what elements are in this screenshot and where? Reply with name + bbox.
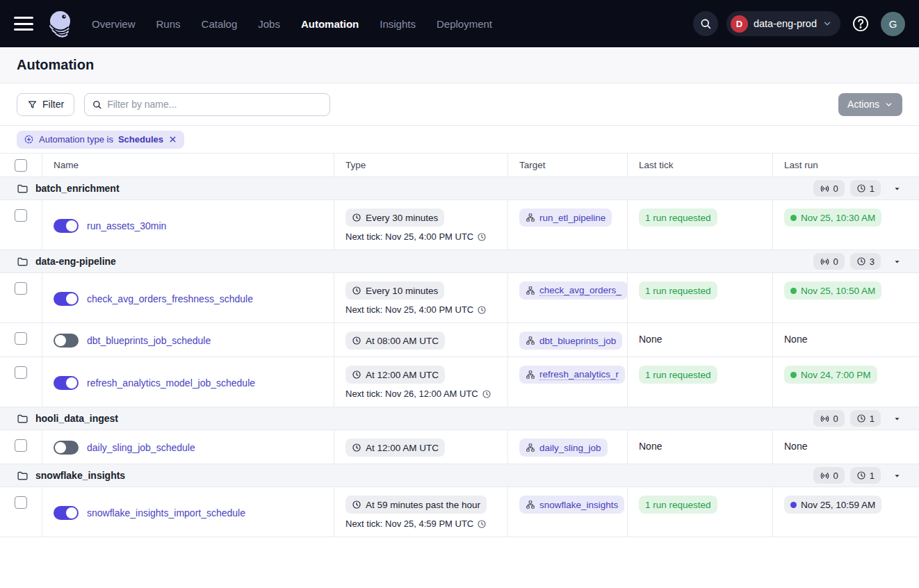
collapse-group-button[interactable]: [892, 183, 902, 194]
nav-item-overview[interactable]: Overview: [92, 18, 136, 30]
workspace-selector[interactable]: D data-eng-prod: [726, 11, 840, 36]
last-run-pill[interactable]: Nov 25, 10:50 AM: [784, 281, 881, 300]
group-row: hooli_data_ingest01: [0, 407, 919, 430]
job-icon: [526, 370, 535, 379]
clock-icon: [856, 183, 866, 193]
target-pill[interactable]: daily_sling_job: [519, 439, 608, 457]
cron-type-label: At 12:00 AM UTC: [366, 443, 439, 453]
user-avatar[interactable]: G: [881, 12, 905, 36]
name-filter-input[interactable]: [107, 99, 323, 110]
select-all-checkbox[interactable]: [15, 159, 27, 172]
last-run-pill[interactable]: Nov 24, 7:00 PM: [784, 366, 877, 384]
row-checkbox[interactable]: [15, 439, 27, 452]
nav-item-deployment[interactable]: Deployment: [437, 18, 492, 30]
schedule-count-badge: 1: [850, 467, 881, 484]
search-button[interactable]: [693, 11, 718, 36]
schedule-enabled-toggle[interactable]: [54, 334, 79, 348]
clock-icon: [352, 213, 361, 222]
last-run-cell: Nov 25, 10:50 AM: [773, 273, 919, 322]
last-run-time: Nov 25, 10:30 AM: [801, 213, 875, 223]
column-header-last-tick: Last tick: [628, 154, 773, 177]
next-tick: Next tick: Nov 25, 4:00 PM UTC: [345, 304, 496, 315]
filter-chip-value: Schedules: [118, 134, 163, 145]
sensor-count-badge: 0: [813, 410, 845, 427]
nav-item-catalog[interactable]: Catalog: [202, 18, 238, 30]
schedule-name-link[interactable]: snowflake_insights_import_schedule: [87, 507, 245, 518]
cron-type-pill: At 08:00 AM UTC: [345, 332, 445, 350]
collapse-group-button[interactable]: [892, 471, 902, 481]
schedule-name-link[interactable]: daily_sling_job_schedule: [87, 442, 195, 453]
nav-item-automation[interactable]: Automation: [301, 18, 359, 30]
next-tick-label: Next tick: Nov 25, 4:00 PM UTC: [345, 304, 473, 315]
help-button[interactable]: [849, 12, 872, 35]
filter-chip-text: Automation type is: [39, 134, 113, 145]
last-run-cell: Nov 25, 10:30 AM: [773, 200, 919, 250]
group-name: data-eng-pipeline: [35, 256, 116, 267]
remove-filter-icon[interactable]: [168, 135, 177, 144]
name-cell: refresh_analytics_model_job_schedule: [42, 357, 334, 407]
job-icon: [526, 213, 535, 222]
row-checkbox[interactable]: [15, 366, 27, 379]
last-tick-status-pill[interactable]: 1 run requested: [639, 366, 717, 384]
target-pill[interactable]: refresh_analytics_r: [519, 366, 625, 384]
last-tick-status-pill[interactable]: 1 run requested: [639, 209, 717, 227]
last-run-none: None: [784, 439, 908, 452]
schedule-enabled-toggle[interactable]: [54, 441, 79, 455]
schedule-enabled-toggle[interactable]: [54, 219, 79, 233]
row-checkbox[interactable]: [15, 282, 27, 295]
row-checkbox[interactable]: [15, 332, 27, 345]
actions-button[interactable]: Actions: [838, 93, 902, 116]
collapse-group-button[interactable]: [892, 414, 902, 424]
hamburger-menu-icon[interactable]: [14, 17, 33, 31]
target-pill[interactable]: dbt_blueprints_job: [519, 332, 622, 350]
collapse-group-button[interactable]: [892, 256, 902, 267]
target-pill[interactable]: check_avg_orders_: [519, 281, 628, 300]
row-checkbox[interactable]: [15, 209, 27, 222]
schedule-count: 3: [870, 256, 875, 267]
last-tick-status-pill[interactable]: 1 run requested: [639, 496, 717, 514]
dagster-logo-icon[interactable]: [44, 8, 76, 40]
last-run-time: Nov 25, 10:50 AM: [801, 286, 875, 296]
target-pill[interactable]: run_etl_pipeline: [519, 209, 612, 227]
cron-type-label: At 59 minutes past the hour: [366, 500, 480, 510]
target-cell: refresh_analytics_r: [508, 357, 628, 407]
filter-chip-automation-type[interactable]: Automation type is Schedules: [17, 131, 184, 149]
last-run-pill[interactable]: Nov 25, 10:59 AM: [784, 496, 881, 514]
schedule-count-badge: 1: [850, 180, 881, 197]
name-cell: snowflake_insights_import_schedule: [42, 487, 334, 537]
schedule-name-link[interactable]: dbt_blueprints_job_schedule: [87, 335, 211, 346]
table-row: dbt_blueprints_job_scheduleAt 08:00 AM U…: [0, 323, 919, 357]
schedule-enabled-toggle[interactable]: [54, 292, 79, 306]
search-icon: [699, 17, 712, 30]
schedule-name-link[interactable]: refresh_analytics_model_job_schedule: [87, 377, 255, 389]
folder-icon: [17, 256, 29, 268]
schedule-enabled-toggle[interactable]: [54, 506, 79, 520]
schedule-name-link[interactable]: check_avg_orders_freshness_schdule: [87, 293, 253, 304]
clock-icon: [477, 305, 487, 315]
table-header-checkbox-cell: [0, 154, 42, 177]
nav-item-jobs[interactable]: Jobs: [258, 18, 280, 30]
job-icon: [526, 443, 535, 452]
last-run-cell: Nov 24, 7:00 PM: [773, 357, 919, 407]
sensor-count: 0: [833, 183, 838, 194]
row-checkbox[interactable]: [15, 496, 27, 509]
folder-icon: [17, 183, 29, 195]
target-label: dbt_blueprints_job: [539, 336, 616, 346]
schedule-count-badge: 1: [850, 410, 881, 427]
filter-button[interactable]: Filter: [17, 93, 74, 116]
nav-item-runs[interactable]: Runs: [156, 18, 181, 30]
last-run-pill[interactable]: Nov 25, 10:30 AM: [784, 209, 881, 227]
clock-icon: [352, 500, 361, 509]
table-row: run_assets_30minEvery 30 minutesNext tic…: [0, 200, 919, 250]
schedule-name-link[interactable]: run_assets_30min: [87, 220, 166, 231]
last-tick-status-pill[interactable]: 1 run requested: [639, 281, 717, 300]
last-tick-cell: None: [628, 323, 773, 357]
nav-item-insights[interactable]: Insights: [380, 18, 416, 30]
target-label: check_avg_orders_: [539, 285, 621, 296]
cron-type-pill: At 12:00 AM UTC: [345, 439, 445, 457]
target-pill[interactable]: snowflake_insights: [519, 496, 624, 514]
last-tick-cell: 1 run requested: [628, 273, 773, 322]
target-cell: run_etl_pipeline: [508, 200, 628, 250]
sensor-count: 0: [833, 256, 838, 267]
schedule-enabled-toggle[interactable]: [54, 376, 79, 390]
